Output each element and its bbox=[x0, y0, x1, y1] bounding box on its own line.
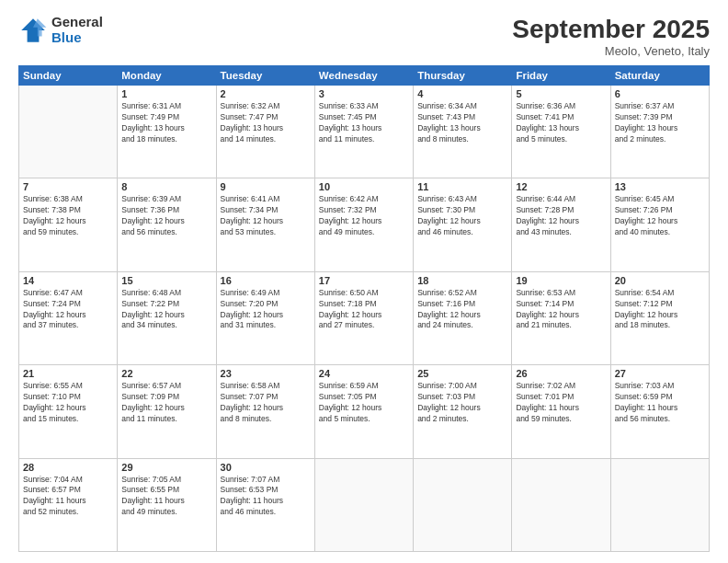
day-info: Sunrise: 6:39 AM Sunset: 7:36 PM Dayligh… bbox=[121, 194, 211, 238]
calendar-cell: 15Sunrise: 6:48 AM Sunset: 7:22 PM Dayli… bbox=[118, 271, 216, 364]
day-info: Sunrise: 6:55 AM Sunset: 7:10 PM Dayligh… bbox=[23, 381, 113, 425]
calendar-cell: 26Sunrise: 7:02 AM Sunset: 7:01 PM Dayli… bbox=[512, 365, 610, 458]
calendar-cell bbox=[610, 458, 709, 551]
day-info: Sunrise: 6:32 AM Sunset: 7:47 PM Dayligh… bbox=[221, 101, 311, 145]
day-number: 8 bbox=[121, 181, 211, 192]
day-info: Sunrise: 6:53 AM Sunset: 7:14 PM Dayligh… bbox=[516, 288, 606, 332]
weekday-header-monday: Monday bbox=[118, 66, 216, 86]
day-number: 14 bbox=[23, 275, 113, 286]
calendar-cell: 25Sunrise: 7:00 AM Sunset: 7:03 PM Dayli… bbox=[414, 365, 512, 458]
calendar-cell: 8Sunrise: 6:39 AM Sunset: 7:36 PM Daylig… bbox=[118, 178, 216, 271]
calendar-cell bbox=[19, 86, 118, 178]
day-number: 25 bbox=[417, 368, 507, 379]
day-number: 10 bbox=[319, 181, 409, 192]
calendar-week-4: 21Sunrise: 6:55 AM Sunset: 7:10 PM Dayli… bbox=[19, 365, 710, 458]
day-info: Sunrise: 7:05 AM Sunset: 6:55 PM Dayligh… bbox=[121, 475, 211, 519]
title-block: September 2025 Meolo, Veneto, Italy bbox=[512, 15, 710, 58]
day-number: 22 bbox=[121, 368, 211, 379]
day-info: Sunrise: 7:03 AM Sunset: 6:59 PM Dayligh… bbox=[615, 381, 705, 425]
day-number: 1 bbox=[121, 88, 211, 99]
day-number: 7 bbox=[23, 181, 113, 192]
day-number: 13 bbox=[615, 181, 705, 192]
calendar-cell: 10Sunrise: 6:42 AM Sunset: 7:32 PM Dayli… bbox=[314, 178, 413, 271]
day-info: Sunrise: 6:54 AM Sunset: 7:12 PM Dayligh… bbox=[615, 288, 705, 332]
calendar-cell: 29Sunrise: 7:05 AM Sunset: 6:55 PM Dayli… bbox=[118, 458, 216, 551]
calendar-cell: 22Sunrise: 6:57 AM Sunset: 7:09 PM Dayli… bbox=[118, 365, 216, 458]
calendar-week-5: 28Sunrise: 7:04 AM Sunset: 6:57 PM Dayli… bbox=[19, 458, 710, 551]
day-info: Sunrise: 6:37 AM Sunset: 7:39 PM Dayligh… bbox=[615, 101, 705, 145]
day-number: 20 bbox=[615, 275, 705, 286]
weekday-header-saturday: Saturday bbox=[610, 66, 709, 86]
calendar-cell: 2Sunrise: 6:32 AM Sunset: 7:47 PM Daylig… bbox=[216, 86, 314, 178]
calendar-cell: 1Sunrise: 6:31 AM Sunset: 7:49 PM Daylig… bbox=[118, 86, 216, 178]
day-number: 3 bbox=[319, 88, 409, 99]
day-info: Sunrise: 6:44 AM Sunset: 7:28 PM Dayligh… bbox=[516, 194, 606, 238]
location: Meolo, Veneto, Italy bbox=[512, 44, 710, 58]
day-info: Sunrise: 7:00 AM Sunset: 7:03 PM Dayligh… bbox=[417, 381, 507, 425]
day-number: 28 bbox=[23, 462, 113, 473]
calendar: SundayMondayTuesdayWednesdayThursdayFrid… bbox=[18, 65, 710, 552]
calendar-body: 1Sunrise: 6:31 AM Sunset: 7:49 PM Daylig… bbox=[19, 86, 710, 552]
day-info: Sunrise: 6:45 AM Sunset: 7:26 PM Dayligh… bbox=[615, 194, 705, 238]
day-info: Sunrise: 6:50 AM Sunset: 7:18 PM Dayligh… bbox=[319, 288, 409, 332]
calendar-cell: 13Sunrise: 6:45 AM Sunset: 7:26 PM Dayli… bbox=[610, 178, 709, 271]
logo-general-text: General bbox=[51, 15, 103, 30]
calendar-cell bbox=[414, 458, 512, 551]
day-info: Sunrise: 6:41 AM Sunset: 7:34 PM Dayligh… bbox=[221, 194, 311, 238]
weekday-header-row: SundayMondayTuesdayWednesdayThursdayFrid… bbox=[19, 66, 710, 86]
day-number: 15 bbox=[121, 275, 211, 286]
logo-blue-text: Blue bbox=[51, 30, 103, 46]
day-info: Sunrise: 6:49 AM Sunset: 7:20 PM Dayligh… bbox=[221, 288, 311, 332]
calendar-cell: 27Sunrise: 7:03 AM Sunset: 6:59 PM Dayli… bbox=[610, 365, 709, 458]
calendar-cell: 30Sunrise: 7:07 AM Sunset: 6:53 PM Dayli… bbox=[216, 458, 314, 551]
calendar-cell: 5Sunrise: 6:36 AM Sunset: 7:41 PM Daylig… bbox=[512, 86, 610, 178]
calendar-cell: 12Sunrise: 6:44 AM Sunset: 7:28 PM Dayli… bbox=[512, 178, 610, 271]
day-number: 4 bbox=[417, 88, 507, 99]
day-info: Sunrise: 6:34 AM Sunset: 7:43 PM Dayligh… bbox=[417, 101, 507, 145]
day-info: Sunrise: 6:31 AM Sunset: 7:49 PM Dayligh… bbox=[121, 101, 211, 145]
month-title: September 2025 bbox=[512, 15, 710, 44]
calendar-cell: 24Sunrise: 6:59 AM Sunset: 7:05 PM Dayli… bbox=[314, 365, 413, 458]
calendar-cell: 7Sunrise: 6:38 AM Sunset: 7:38 PM Daylig… bbox=[19, 178, 118, 271]
day-info: Sunrise: 7:04 AM Sunset: 6:57 PM Dayligh… bbox=[23, 475, 113, 519]
day-info: Sunrise: 6:47 AM Sunset: 7:24 PM Dayligh… bbox=[23, 288, 113, 332]
day-number: 27 bbox=[615, 368, 705, 379]
day-number: 24 bbox=[319, 368, 409, 379]
calendar-cell: 3Sunrise: 6:33 AM Sunset: 7:45 PM Daylig… bbox=[314, 86, 413, 178]
calendar-cell bbox=[512, 458, 610, 551]
day-info: Sunrise: 6:42 AM Sunset: 7:32 PM Dayligh… bbox=[319, 194, 409, 238]
calendar-cell: 17Sunrise: 6:50 AM Sunset: 7:18 PM Dayli… bbox=[314, 271, 413, 364]
calendar-cell: 14Sunrise: 6:47 AM Sunset: 7:24 PM Dayli… bbox=[19, 271, 118, 364]
day-number: 17 bbox=[319, 275, 409, 286]
day-number: 18 bbox=[417, 275, 507, 286]
day-number: 26 bbox=[516, 368, 606, 379]
calendar-cell: 19Sunrise: 6:53 AM Sunset: 7:14 PM Dayli… bbox=[512, 271, 610, 364]
day-info: Sunrise: 6:43 AM Sunset: 7:30 PM Dayligh… bbox=[417, 194, 507, 238]
weekday-header-sunday: Sunday bbox=[19, 66, 118, 86]
calendar-cell: 28Sunrise: 7:04 AM Sunset: 6:57 PM Dayli… bbox=[19, 458, 118, 551]
calendar-week-1: 1Sunrise: 6:31 AM Sunset: 7:49 PM Daylig… bbox=[19, 86, 710, 178]
weekday-header-wednesday: Wednesday bbox=[314, 66, 413, 86]
day-info: Sunrise: 6:33 AM Sunset: 7:45 PM Dayligh… bbox=[319, 101, 409, 145]
logo: General Blue bbox=[18, 15, 103, 45]
calendar-cell: 11Sunrise: 6:43 AM Sunset: 7:30 PM Dayli… bbox=[414, 178, 512, 271]
day-number: 2 bbox=[221, 88, 311, 99]
weekday-header-thursday: Thursday bbox=[414, 66, 512, 86]
day-number: 23 bbox=[221, 368, 311, 379]
logo-icon bbox=[18, 16, 48, 45]
day-info: Sunrise: 6:48 AM Sunset: 7:22 PM Dayligh… bbox=[121, 288, 211, 332]
calendar-cell bbox=[314, 458, 413, 551]
day-info: Sunrise: 7:02 AM Sunset: 7:01 PM Dayligh… bbox=[516, 381, 606, 425]
day-number: 29 bbox=[121, 462, 211, 473]
day-info: Sunrise: 6:58 AM Sunset: 7:07 PM Dayligh… bbox=[221, 381, 311, 425]
day-number: 6 bbox=[615, 88, 705, 99]
calendar-cell: 6Sunrise: 6:37 AM Sunset: 7:39 PM Daylig… bbox=[610, 86, 709, 178]
day-number: 11 bbox=[417, 181, 507, 192]
day-number: 19 bbox=[516, 275, 606, 286]
day-number: 30 bbox=[221, 462, 311, 473]
day-info: Sunrise: 6:52 AM Sunset: 7:16 PM Dayligh… bbox=[417, 288, 507, 332]
weekday-header-tuesday: Tuesday bbox=[216, 66, 314, 86]
calendar-cell: 21Sunrise: 6:55 AM Sunset: 7:10 PM Dayli… bbox=[19, 365, 118, 458]
weekday-header-friday: Friday bbox=[512, 66, 610, 86]
calendar-cell: 4Sunrise: 6:34 AM Sunset: 7:43 PM Daylig… bbox=[414, 86, 512, 178]
